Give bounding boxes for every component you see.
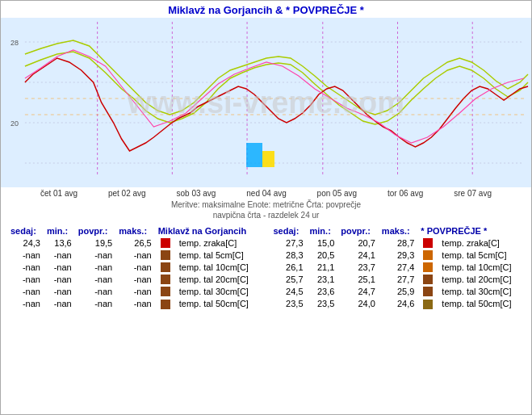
s2-maks-0: 28,7 — [379, 237, 417, 249]
s1-sedaj-0: 24,3 — [7, 237, 44, 249]
section2: sedaj: min.: povpr.: maks.: * POVPREČJE … — [270, 225, 526, 411]
s1-min-4: -nan — [44, 285, 75, 297]
s2-sedaj-1: 28,3 — [270, 249, 307, 261]
svg-text:28: 28 — [10, 39, 19, 47]
x-label-3: sob 03 avg — [176, 189, 216, 198]
svg-rect-13 — [246, 143, 262, 167]
x-label-5: pon 05 avg — [317, 189, 358, 198]
svg-text:20: 20 — [10, 119, 19, 128]
s1-povpr-5: -nan — [75, 297, 116, 309]
s1-povpr-0: 19,5 — [75, 237, 116, 249]
s1-sedaj-2: -nan — [7, 261, 44, 273]
svg-rect-14 — [262, 151, 274, 167]
section1: sedaj: min.: povpr.: maks.: Miklavž na G… — [7, 225, 262, 411]
s2-label-2: temp. tal 10cm[C] — [438, 261, 525, 273]
s1-povpr-2: -nan — [75, 261, 116, 273]
s2-povpr-2: 23,7 — [337, 261, 379, 273]
s2-color-2 — [417, 261, 438, 273]
s2-header-min: min.: — [307, 225, 338, 237]
s2-povpr-3: 25,1 — [337, 273, 379, 285]
x-label-7: sre 07 avg — [454, 189, 492, 198]
s2-sedaj-3: 25,7 — [270, 273, 307, 285]
s2-min-5: 23,5 — [307, 297, 338, 309]
s2-sedaj-5: 23,5 — [270, 297, 307, 309]
s2-label-1: temp. tal 5cm[C] — [438, 249, 525, 261]
s1-color-3 — [155, 273, 176, 285]
table-row: 25,7 23,1 25,1 27,7 temp. tal 20cm[C] — [270, 273, 526, 285]
s1-povpr-1: -nan — [75, 249, 116, 261]
s2-sedaj-0: 27,3 — [270, 237, 307, 249]
chart-area: www.si-vreme.com 28 20 — [1, 18, 531, 187]
table-row: 23,5 23,5 24,0 24,6 temp. tal 50cm[C] — [270, 297, 526, 309]
chart-container: www.si-vreme.com 28 20 — [1, 18, 531, 187]
s2-povpr-4: 24,7 — [337, 285, 379, 297]
s1-sedaj-3: -nan — [7, 273, 44, 285]
nav-line: navpična črta - razdelek 24 ur — [1, 210, 531, 222]
section1-table: sedaj: min.: povpr.: maks.: Miklavž na G… — [7, 225, 262, 310]
s1-min-1: -nan — [44, 249, 75, 261]
x-label-1: čet 01 avg — [40, 189, 77, 198]
s2-label-5: temp. tal 50cm[C] — [438, 297, 525, 309]
s2-label-0: temp. zraka[C] — [438, 237, 525, 249]
chart-svg: 28 20 — [1, 18, 531, 187]
s1-header-maks: maks.: — [115, 225, 154, 237]
s1-min-0: 13,6 — [44, 237, 75, 249]
s2-povpr-1: 24,1 — [337, 249, 379, 261]
table-row: 26,1 21,1 23,7 27,4 temp. tal 10cm[C] — [270, 261, 526, 273]
s2-maks-1: 29,3 — [379, 249, 417, 261]
s1-maks-1: -nan — [115, 249, 154, 261]
s2-maks-3: 27,7 — [379, 273, 417, 285]
s1-header-min: min.: — [44, 225, 75, 237]
s1-maks-4: -nan — [115, 285, 154, 297]
s2-maks-4: 25,9 — [379, 285, 417, 297]
s2-min-1: 20,5 — [307, 249, 338, 261]
table-row: 24,5 23,6 24,7 25,9 temp. tal 30cm[C] — [270, 285, 526, 297]
s1-min-3: -nan — [44, 273, 75, 285]
s2-color-1 — [417, 249, 438, 261]
s1-sedaj-4: -nan — [7, 285, 44, 297]
s2-color-4 — [417, 285, 438, 297]
table-row: 28,3 20,5 24,1 29,3 temp. tal 5cm[C] — [270, 249, 526, 261]
s1-label-5: temp. tal 50cm[C] — [176, 297, 262, 309]
s1-header-povpr: povpr.: — [75, 225, 116, 237]
data-tables: sedaj: min.: povpr.: maks.: Miklavž na G… — [1, 222, 531, 414]
table-row: -nan -nan -nan -nan temp. tal 50cm[C] — [7, 297, 262, 309]
s1-color-1 — [155, 249, 176, 261]
s2-header-povpr: povpr.: — [337, 225, 379, 237]
x-label-2: pet 02 avg — [108, 189, 146, 198]
s2-maks-5: 24,6 — [379, 297, 417, 309]
table-row: -nan -nan -nan -nan temp. tal 5cm[C] — [7, 249, 262, 261]
s1-label-0: temp. zraka[C] — [176, 237, 262, 249]
s1-povpr-3: -nan — [75, 273, 116, 285]
s1-color-5 — [155, 297, 176, 309]
s1-header-sedaj: sedaj: — [7, 225, 44, 237]
s2-color-3 — [417, 273, 438, 285]
x-label-4: ned 04 avg — [246, 189, 287, 198]
s2-povpr-5: 24,0 — [337, 297, 379, 309]
table-row: -nan -nan -nan -nan temp. tal 10cm[C] — [7, 261, 262, 273]
s2-section-title: * POVPREČJE * — [417, 225, 525, 237]
s1-label-1: temp. tal 5cm[C] — [176, 249, 262, 261]
x-label-6: tor 06 avg — [387, 189, 423, 198]
s1-povpr-4: -nan — [75, 285, 116, 297]
s2-header-maks: maks.: — [379, 225, 417, 237]
s2-min-0: 15,0 — [307, 237, 338, 249]
s1-label-4: temp. tal 30cm[C] — [176, 285, 262, 297]
app-container: Miklavž na Gorjancih & * POVPREČJE * www… — [0, 0, 532, 415]
s1-color-2 — [155, 261, 176, 273]
s1-maks-0: 26,5 — [115, 237, 154, 249]
s2-povpr-0: 20,7 — [337, 237, 379, 249]
s2-header-sedaj: sedaj: — [270, 225, 307, 237]
table-row: 27,3 15,0 20,7 28,7 temp. zraka[C] — [270, 237, 526, 249]
section2-table: sedaj: min.: povpr.: maks.: * POVPREČJE … — [270, 225, 526, 310]
s2-color-5 — [417, 297, 438, 309]
s2-min-2: 21,1 — [307, 261, 338, 273]
s1-label-2: temp. tal 10cm[C] — [176, 261, 262, 273]
s1-min-5: -nan — [44, 297, 75, 309]
s2-min-3: 23,1 — [307, 273, 338, 285]
s2-maks-2: 27,4 — [379, 261, 417, 273]
s1-min-2: -nan — [44, 261, 75, 273]
s2-sedaj-4: 24,5 — [270, 285, 307, 297]
s2-label-4: temp. tal 30cm[C] — [438, 285, 525, 297]
s1-color-0 — [155, 237, 176, 249]
